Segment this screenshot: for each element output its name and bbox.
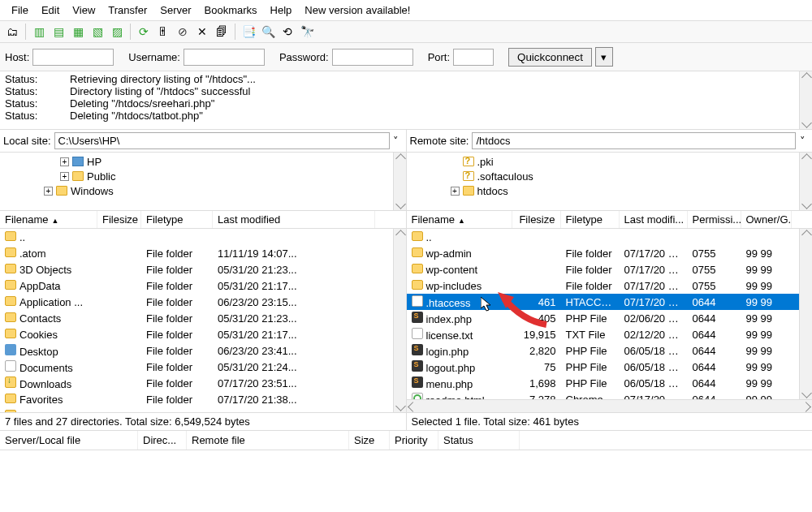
list-item[interactable]: CookiesFile folder05/31/20 21:17... (0, 326, 406, 342)
refresh-icon[interactable]: ⟳ (135, 23, 153, 41)
menu-view[interactable]: View (66, 2, 102, 18)
remote-site-label: Remote site: (410, 135, 469, 147)
col-header[interactable]: Filetype (561, 211, 620, 228)
connection-bar: Host: Username: Password: Port: Quickcon… (0, 43, 812, 71)
scrollbar-vertical[interactable] (799, 71, 812, 129)
menu-help[interactable]: Help (264, 2, 299, 18)
list-item[interactable]: index.php405PHP File02/06/20 1...064499 … (407, 310, 813, 326)
binoculars-icon[interactable]: 🔭 (298, 23, 316, 41)
log-line: Status:Retrieving directory listing of "… (5, 73, 807, 85)
list-item[interactable]: FavoritesFile folder07/17/20 21:38... (0, 391, 406, 407)
remote-list-header[interactable]: Filename▲FilesizeFiletypeLast modifi...P… (407, 211, 813, 229)
list-item[interactable]: DesktopFile folder06/23/20 23:41... (0, 342, 406, 359)
list-item[interactable]: DownloadsFile folder07/17/20 23:51... (0, 375, 406, 391)
list-item[interactable]: ContactsFile folder05/31/20 21:23... (0, 310, 406, 326)
list-item[interactable]: wp-contentFile folder07/17/20 2...075599… (407, 261, 813, 278)
pass-input[interactable] (332, 49, 413, 66)
tree-item[interactable]: .pki (410, 154, 810, 169)
queue-header[interactable]: Server/Local fileDirec...Remote fileSize… (0, 430, 812, 450)
scrollbar-vertical[interactable] (799, 153, 812, 210)
sync-icon[interactable]: ⟲ (279, 23, 296, 41)
menu-bookmarks[interactable]: Bookmarks (198, 2, 264, 18)
user-input[interactable] (184, 49, 265, 66)
tree-item[interactable]: +htdocs (410, 183, 810, 198)
col-header[interactable]: Filesize (97, 211, 141, 228)
col-header[interactable]: Direc... (138, 431, 187, 450)
remote-file-list[interactable]: ..wp-adminFile folder07/17/20 2...075599… (407, 229, 813, 399)
compare-icon[interactable]: 📑 (240, 23, 257, 41)
chevron-down-icon[interactable]: ˅ (390, 135, 403, 147)
remote-tree[interactable]: .pki.softaculous+htdocs (407, 153, 813, 211)
quickconnect-button[interactable]: Quickconnect (508, 48, 592, 67)
list-item[interactable]: .. (0, 229, 406, 245)
log-line: Status:Directory listing of "/htdocs" su… (5, 85, 807, 97)
list-item[interactable]: LinksFile folder05/31/20 21:24... (0, 407, 406, 412)
list-item[interactable]: login.php2,820PHP File06/05/18 2...06449… (407, 342, 813, 359)
pass-label: Password: (279, 51, 329, 63)
layout1-icon[interactable]: ▥ (30, 23, 48, 41)
scrollbar-horizontal[interactable] (407, 399, 813, 412)
list-item[interactable]: .. (407, 229, 813, 245)
layout3-icon[interactable]: ▦ (69, 23, 87, 41)
layout5-icon[interactable]: ▨ (108, 23, 126, 41)
local-file-list[interactable]: ...atomFile folder11/11/19 14:07...3D Ob… (0, 229, 406, 412)
col-header[interactable]: Filesize (512, 211, 561, 228)
col-header[interactable]: Last modifi... (620, 211, 688, 228)
menu-transfer[interactable]: Transfer (102, 2, 153, 18)
chevron-down-icon[interactable]: ˅ (796, 135, 809, 147)
quickconnect-dropdown[interactable]: ▾ (595, 47, 613, 67)
menu-newversionavailable[interactable]: New version available! (298, 2, 417, 18)
col-header[interactable]: Permissi... (688, 211, 741, 228)
remote-footer: Selected 1 file. Total size: 461 bytes (407, 412, 813, 430)
list-item[interactable]: .htaccess461HTACCE...07/17/20 2...064499… (407, 294, 813, 310)
col-header[interactable]: Last modified (213, 211, 375, 228)
list-item[interactable]: 3D ObjectsFile folder05/31/20 21:23... (0, 261, 406, 278)
local-list-header[interactable]: Filename▲FilesizeFiletypeLast modified (0, 211, 406, 229)
disconnect-icon[interactable]: ✕ (193, 23, 211, 41)
list-item[interactable]: wp-includesFile folder07/17/20 2...07559… (407, 278, 813, 294)
host-input[interactable] (32, 49, 114, 66)
menu-server[interactable]: Server (153, 2, 197, 18)
list-item[interactable]: license.txt19,915TXT File02/12/20 2...06… (407, 326, 813, 342)
list-item[interactable]: menu.php1,698PHP File06/05/18 2...064499… (407, 375, 813, 391)
sitemanager-icon[interactable]: 🗂 (3, 23, 21, 41)
col-header[interactable]: Size (349, 431, 390, 450)
log-line: Status:Deleting "/htdocs/sreehari.php" (5, 97, 807, 110)
col-header[interactable]: Remote file (187, 431, 349, 450)
list-item[interactable]: .atomFile folder11/11/19 14:07... (0, 245, 406, 261)
col-header[interactable]: Priority (390, 431, 438, 450)
list-item[interactable]: AppDataFile folder05/31/20 21:17... (0, 278, 406, 294)
list-item[interactable]: Application ...File folder06/23/20 23:15… (0, 294, 406, 310)
col-header[interactable]: Server/Local file (0, 431, 138, 450)
col-header[interactable]: Filename▲ (0, 211, 97, 228)
tree-item[interactable]: +HP (3, 154, 403, 169)
scrollbar-vertical[interactable] (393, 229, 406, 412)
list-item[interactable]: wp-adminFile folder07/17/20 2...075599 9… (407, 245, 813, 261)
col-header[interactable]: Owner/G... (741, 211, 792, 228)
layout4-icon[interactable]: ▧ (89, 23, 106, 41)
col-header[interactable]: Status (438, 431, 520, 450)
menu-file[interactable]: File (5, 2, 35, 18)
tree-item[interactable]: +Windows (3, 183, 403, 198)
layout2-icon[interactable]: ▤ (50, 23, 67, 41)
cancel-icon[interactable]: ⊘ (174, 23, 192, 41)
local-tree[interactable]: +HP+Public+Windows (0, 153, 406, 211)
list-item[interactable]: readme.html7,278Chrome ...07/17/20 2...0… (407, 391, 813, 399)
tree-item[interactable]: +Public (3, 169, 403, 183)
search-icon[interactable]: 🔍 (259, 23, 277, 41)
list-item[interactable]: DocumentsFile folder05/31/20 21:24... (0, 359, 406, 375)
port-input[interactable] (453, 49, 494, 66)
remote-path-input[interactable] (472, 132, 796, 149)
scrollbar-vertical[interactable] (393, 153, 406, 210)
col-header[interactable]: Filetype (141, 211, 213, 228)
scrollbar-vertical[interactable] (799, 229, 812, 399)
tree-item[interactable]: .softaculous (410, 169, 810, 183)
reconnect-icon[interactable]: 🗐 (213, 23, 231, 41)
queue-body[interactable] (0, 450, 812, 483)
local-panel: Local site: ˅ +HP+Public+Windows Filenam… (0, 130, 407, 430)
list-item[interactable]: logout.php75PHP File06/05/18 2...064499 … (407, 359, 813, 375)
filter-icon[interactable]: 🎚 (154, 23, 172, 41)
col-header[interactable]: Filename▲ (407, 211, 512, 228)
local-path-input[interactable] (54, 132, 390, 149)
menu-edit[interactable]: Edit (35, 2, 66, 18)
